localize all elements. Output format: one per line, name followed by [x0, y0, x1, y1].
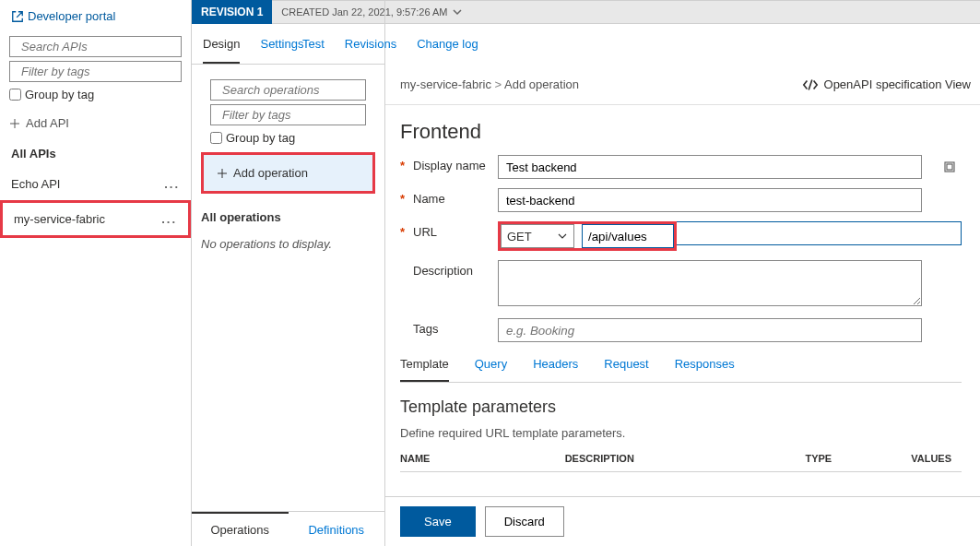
no-operations-message: No operations to display. — [201, 237, 375, 251]
url-extra-input[interactable] — [677, 221, 962, 245]
bottom-tabs: Operations Definitions — [192, 511, 384, 546]
ptab-template[interactable]: Template — [400, 357, 449, 382]
template-params-desc: Define required URL template parameters. — [400, 426, 962, 440]
name-row: * Name — [400, 188, 962, 212]
breadcrumb: my-service-fabric > Add operation — [400, 77, 579, 91]
display-name-label: Display name — [413, 155, 498, 172]
display-name-input[interactable] — [498, 155, 922, 179]
tags-input[interactable] — [498, 318, 922, 342]
required-marker: * — [400, 221, 413, 239]
name-label: Name — [413, 188, 498, 206]
description-row: * Description — [400, 260, 962, 309]
group-by-label: Group by tag — [25, 88, 94, 101]
operations-inner: Group by tag Add operation All operation… — [192, 65, 384, 262]
edit-icon[interactable] — [943, 160, 956, 173]
save-button[interactable]: Save — [400, 506, 476, 537]
name-input[interactable] — [498, 188, 922, 212]
tab-settings[interactable]: Settings — [260, 37, 303, 64]
ptab-headers[interactable]: Headers — [533, 357, 578, 382]
add-api-button[interactable]: Add API — [9, 116, 182, 130]
breadcrumb-separator: > — [495, 77, 505, 91]
tags-label: Tags — [413, 318, 498, 336]
plus-icon — [9, 118, 20, 129]
ptab-request[interactable]: Request — [604, 357, 648, 382]
group-ops-by-tag[interactable]: Group by tag — [210, 131, 366, 145]
group-by-tag-option[interactable]: Group by tag — [9, 88, 182, 101]
params-table-header: NAME DESCRIPTION TYPE VALUES — [400, 453, 962, 472]
tab-design[interactable]: Design — [203, 37, 240, 64]
plus-icon — [217, 168, 228, 179]
discard-button[interactable]: Discard — [485, 506, 564, 537]
api-item-service-fabric[interactable]: my-service-fabric ... — [0, 200, 191, 238]
method-value: GET — [507, 230, 532, 243]
developer-portal-link[interactable]: Developer portal — [0, 0, 191, 32]
method-select[interactable]: GET — [501, 224, 574, 248]
tab-test[interactable]: Test — [302, 37, 325, 51]
external-link-icon — [11, 10, 24, 23]
chevron-down-icon — [557, 232, 568, 240]
description-label: Description — [413, 260, 498, 278]
api-item-more-icon[interactable]: ... — [164, 177, 180, 191]
url-row: * URL GET — [400, 221, 962, 251]
btab-operations[interactable]: Operations — [192, 512, 289, 546]
search-apis-box[interactable] — [9, 36, 182, 57]
all-operations-header: All operations — [201, 210, 375, 224]
breadcrumb-api[interactable]: my-service-fabric — [400, 77, 491, 91]
breadcrumb-action: Add operation — [504, 77, 579, 91]
filter-operations-box[interactable] — [210, 104, 366, 125]
left-sidebar: Developer portal Group by tag Add API Al… — [0, 0, 192, 546]
add-operation-button[interactable]: Add operation — [201, 152, 375, 194]
add-operation-label: Add operation — [233, 166, 308, 180]
openapi-spec-link[interactable]: OpenAPI specification View — [802, 77, 971, 91]
api-item-label: Echo API — [11, 177, 60, 191]
filter-tags-box[interactable] — [9, 61, 182, 82]
required-marker: * — [400, 155, 413, 172]
code-icon — [802, 78, 819, 91]
api-item-more-icon[interactable]: ... — [161, 212, 177, 226]
add-api-label: Add API — [26, 116, 69, 130]
openapi-spec-label: OpenAPI specification View — [824, 77, 971, 91]
tags-row: * Tags — [400, 318, 962, 342]
th-description: DESCRIPTION — [565, 453, 750, 464]
description-textarea[interactable] — [498, 260, 922, 306]
ptab-query[interactable]: Query — [475, 357, 507, 382]
param-tabs: Template Query Headers Request Responses — [400, 357, 962, 383]
frontend-title: Frontend — [400, 120, 962, 144]
svg-rect-9 — [947, 164, 952, 170]
operations-panel: Design Settings Group by tag Add operati… — [192, 0, 385, 546]
filter-tags-input[interactable] — [21, 65, 177, 78]
th-type: TYPE — [805, 453, 856, 464]
required-marker: * — [400, 188, 413, 206]
api-item-echo[interactable]: Echo API ... — [0, 168, 191, 200]
group-ops-checkbox[interactable] — [210, 132, 222, 144]
group-ops-label: Group by tag — [226, 131, 295, 145]
th-values: VALUES — [911, 453, 962, 464]
api-item-label: my-service-fabric — [14, 212, 105, 226]
ptab-responses[interactable]: Responses — [675, 357, 735, 382]
url-path-input[interactable] — [582, 224, 674, 248]
all-apis-header: All APIs — [11, 147, 180, 160]
th-name: NAME — [400, 453, 510, 464]
save-bar: Save Discard — [385, 496, 980, 546]
frontend-form: Frontend * Display name * Name * URL GET — [385, 105, 980, 472]
dev-portal-label: Developer portal — [28, 9, 115, 23]
btab-definitions[interactable]: Definitions — [289, 512, 385, 546]
group-by-checkbox[interactable] — [9, 89, 21, 101]
search-apis-input[interactable] — [21, 40, 177, 53]
search-operations-input[interactable] — [222, 83, 378, 97]
search-operations-box[interactable] — [210, 79, 366, 101]
filter-operations-input[interactable] — [222, 108, 378, 122]
chevron-down-icon — [452, 8, 463, 16]
template-params-title: Template parameters — [400, 398, 962, 417]
main-content: my-service-fabric > Add operation OpenAP… — [385, 24, 980, 546]
display-name-row: * Display name — [400, 155, 962, 179]
breadcrumb-bar: my-service-fabric > Add operation OpenAP… — [385, 65, 980, 105]
url-label: URL — [413, 221, 498, 239]
